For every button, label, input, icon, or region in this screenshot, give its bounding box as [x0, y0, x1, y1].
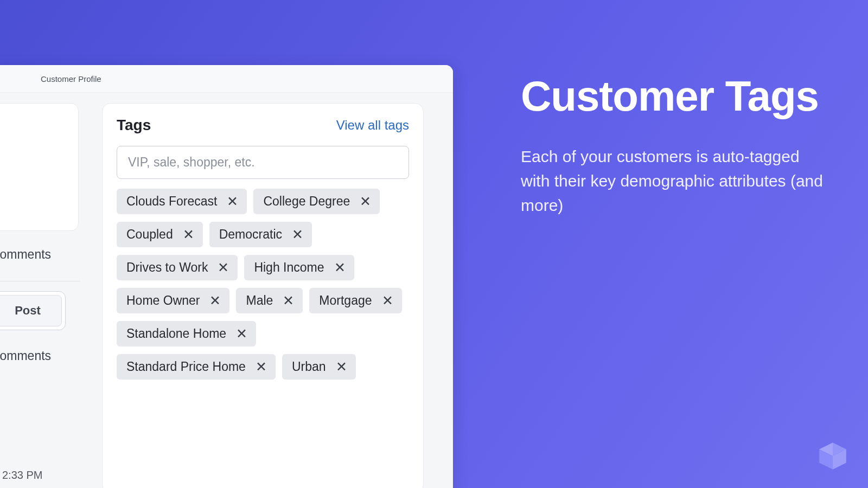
remove-tag-icon[interactable]: ✕ [215, 261, 231, 274]
post-button[interactable]: Post [0, 295, 62, 326]
remove-tag-icon[interactable]: ✕ [207, 294, 223, 307]
tag-label: Mortgage [319, 293, 372, 308]
tag-chip[interactable]: Clouds Forecast✕ [117, 189, 247, 214]
tag-label: Coupled [126, 227, 173, 242]
remove-tag-icon[interactable]: ✕ [290, 228, 305, 241]
left-column-stub: comments Post comments [0, 245, 92, 363]
tag-chip[interactable]: Standalone Home✕ [117, 321, 256, 346]
post-button-wrap: Post [0, 291, 66, 330]
tag-label: Male [246, 293, 273, 308]
tag-label: Urban [292, 359, 326, 374]
tag-label: Home Owner [126, 293, 200, 308]
tag-chip[interactable]: Male✕ [236, 288, 303, 313]
profile-card-stub [0, 103, 79, 231]
tag-label: Democratic [219, 227, 282, 242]
tag-chip[interactable]: Democratic✕ [209, 222, 312, 247]
tag-chip[interactable]: Standard Price Home✕ [117, 354, 276, 380]
remove-tag-icon[interactable]: ✕ [234, 327, 250, 341]
remove-tag-icon[interactable]: ✕ [332, 261, 348, 274]
tags-list: Clouds Forecast✕College Degree✕Coupled✕D… [117, 189, 409, 380]
tags-card: Tags View all tags Clouds Forecast✕Colle… [102, 103, 424, 488]
breadcrumb: Customer Profile [0, 65, 453, 93]
tag-label: Standalone Home [126, 326, 226, 341]
remove-tag-icon[interactable]: ✕ [380, 294, 395, 307]
tag-chip[interactable]: Mortgage✕ [309, 288, 401, 313]
tag-search-input[interactable] [117, 146, 409, 179]
hero-title: Customer Tags [521, 75, 825, 118]
brand-logo-icon [816, 439, 850, 473]
tag-chip[interactable]: Drives to Work✕ [117, 255, 238, 280]
tag-chip[interactable]: College Degree✕ [253, 189, 380, 214]
remove-tag-icon[interactable]: ✕ [280, 294, 296, 307]
remove-tag-icon[interactable]: ✕ [253, 360, 269, 374]
tags-title: Tags [117, 117, 151, 134]
remove-tag-icon[interactable]: ✕ [358, 195, 373, 208]
divider [0, 281, 80, 281]
remove-tag-icon[interactable]: ✕ [225, 195, 240, 208]
tag-label: Drives to Work [126, 260, 208, 275]
tag-chip[interactable]: High Income✕ [244, 255, 354, 280]
remove-tag-icon[interactable]: ✕ [181, 228, 196, 241]
app-panel: Customer Profile comments Post comments … [0, 65, 453, 488]
tag-label: College Degree [263, 194, 350, 209]
tag-chip[interactable]: Coupled✕ [117, 222, 203, 247]
app-body: comments Post comments 2:33 PM Tags View… [0, 93, 453, 488]
remove-tag-icon[interactable]: ✕ [334, 360, 349, 374]
timestamp: 2:33 PM [2, 469, 42, 481]
tag-label: Clouds Forecast [126, 194, 217, 209]
hero-copy: Customer Tags Each of your customers is … [521, 75, 825, 217]
tag-label: High Income [254, 260, 324, 275]
hero-body: Each of your customers is auto-tagged wi… [521, 144, 825, 217]
comments-label: comments [0, 245, 92, 265]
tag-label: Standard Price Home [126, 359, 246, 374]
tag-chip[interactable]: Urban✕ [282, 354, 356, 380]
tag-chip[interactable]: Home Owner✕ [117, 288, 229, 313]
view-all-tags-link[interactable]: View all tags [336, 118, 409, 133]
comments-label-2: comments [0, 349, 92, 363]
